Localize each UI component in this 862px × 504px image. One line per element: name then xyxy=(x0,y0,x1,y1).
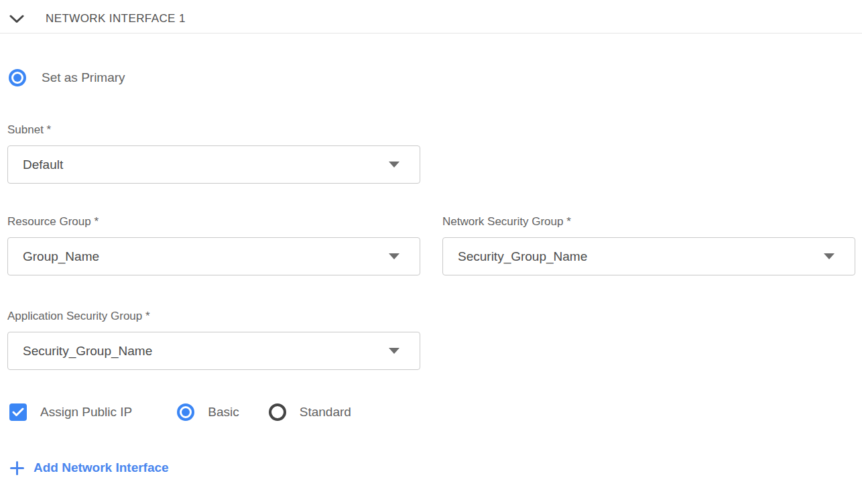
radio-selected-icon[interactable] xyxy=(177,403,194,421)
resource-group-value: Group_Name xyxy=(23,249,99,264)
section-header[interactable]: NETWORK INTERFACE 1 xyxy=(0,0,862,28)
set-as-primary-label: Set as Primary xyxy=(42,70,125,85)
network-security-group-value: Security_Group_Name xyxy=(458,249,587,264)
assign-public-ip-label: Assign Public IP xyxy=(40,405,132,420)
assign-public-ip-option[interactable]: Assign Public IP xyxy=(9,403,132,421)
ip-sku-basic-label: Basic xyxy=(208,405,239,420)
radio-unselected-icon[interactable] xyxy=(269,403,286,421)
application-security-group-label: Application Security Group * xyxy=(7,310,420,323)
plus-icon xyxy=(10,461,24,475)
dropdown-caret-icon xyxy=(824,253,835,259)
network-security-group-select[interactable]: Security_Group_Name xyxy=(442,237,855,275)
set-as-primary-option[interactable]: Set as Primary xyxy=(9,69,862,86)
application-security-group-field: Application Security Group * Security_Gr… xyxy=(7,310,420,370)
subnet-select[interactable]: Default xyxy=(7,145,420,184)
add-network-interface-label: Add Network Interface xyxy=(34,460,169,475)
dropdown-caret-icon xyxy=(389,162,399,168)
network-security-group-label: Network Security Group * xyxy=(442,215,855,229)
dropdown-caret-icon xyxy=(389,348,399,354)
network-security-group-field: Network Security Group * Security_Group_… xyxy=(442,215,855,275)
ip-sku-standard-option[interactable]: Standard xyxy=(269,403,351,421)
add-network-interface-button[interactable]: Add Network Interface xyxy=(10,460,169,475)
application-security-group-select[interactable]: Security_Group_Name xyxy=(7,332,420,370)
subnet-value: Default xyxy=(23,158,63,172)
radio-selected-icon[interactable] xyxy=(9,69,26,86)
resource-group-select[interactable]: Group_Name xyxy=(7,237,420,275)
chevron-down-icon[interactable] xyxy=(9,15,24,23)
checkbox-checked-icon[interactable] xyxy=(9,403,27,421)
subnet-label: Subnet * xyxy=(7,123,420,137)
network-interface-panel: NETWORK INTERFACE 1 Set as Primary Subne… xyxy=(0,0,862,504)
resource-group-field: Resource Group * Group_Name xyxy=(7,215,420,275)
subnet-field: Subnet * Default xyxy=(7,123,420,184)
section-title: NETWORK INTERFACE 1 xyxy=(46,12,186,25)
application-security-group-value: Security_Group_Name xyxy=(23,344,152,359)
ip-sku-basic-option[interactable]: Basic xyxy=(177,403,239,421)
ip-sku-standard-label: Standard xyxy=(300,405,351,420)
section-divider xyxy=(0,33,862,34)
resource-group-label: Resource Group * xyxy=(7,215,420,229)
dropdown-caret-icon xyxy=(389,253,399,259)
